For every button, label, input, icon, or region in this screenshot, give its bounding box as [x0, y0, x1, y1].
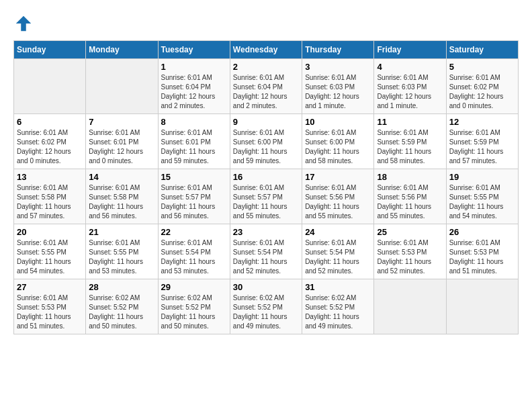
calendar-cell: 16 Sunrise: 6:01 AM Sunset: 5:57 PM Dayl…: [230, 169, 302, 224]
logo-icon: [13, 13, 34, 34]
sunset: Sunset: 5:56 PM: [305, 193, 371, 202]
calendar-cell: 31 Sunrise: 6:02 AM Sunset: 5:52 PM Dayl…: [302, 279, 374, 334]
calendar-cell: [374, 279, 446, 334]
sunset: Sunset: 5:53 PM: [377, 248, 443, 257]
day-info: Sunrise: 6:01 AM Sunset: 5:54 PM Dayligh…: [233, 238, 299, 276]
day-number: 4: [377, 62, 443, 72]
sunset: Sunset: 5:55 PM: [17, 248, 83, 257]
calendar-cell: 12 Sunrise: 6:01 AM Sunset: 5:59 PM Dayl…: [446, 114, 518, 169]
sunset: Sunset: 5:55 PM: [89, 248, 154, 257]
sunset: Sunset: 5:53 PM: [449, 248, 515, 257]
day-number: 7: [89, 117, 154, 127]
day-number: 21: [89, 227, 154, 237]
sunrise: Sunrise: 6:01 AM: [17, 183, 83, 193]
day-number: 28: [89, 282, 154, 292]
day-number: 13: [17, 172, 83, 182]
sunrise: Sunrise: 6:01 AM: [449, 183, 515, 193]
day-number: 10: [305, 117, 371, 127]
sunset: Sunset: 6:01 PM: [161, 138, 227, 147]
calendar-cell: 27 Sunrise: 6:01 AM Sunset: 5:53 PM Dayl…: [14, 279, 86, 334]
calendar-week: 1 Sunrise: 6:01 AM Sunset: 6:04 PM Dayli…: [14, 59, 519, 114]
weekday-header: Thursday: [302, 41, 374, 59]
day-info: Sunrise: 6:01 AM Sunset: 5:53 PM Dayligh…: [377, 238, 443, 276]
sunrise: Sunrise: 6:01 AM: [17, 293, 83, 303]
calendar-cell: 3 Sunrise: 6:01 AM Sunset: 6:03 PM Dayli…: [302, 59, 374, 114]
day-number: 20: [17, 227, 83, 237]
sunset: Sunset: 6:02 PM: [17, 138, 83, 147]
calendar-cell: 19 Sunrise: 6:01 AM Sunset: 5:55 PM Dayl…: [446, 169, 518, 224]
daylight: Daylight: 11 hours and 59 minutes.: [161, 147, 227, 166]
sunrise: Sunrise: 6:01 AM: [377, 73, 443, 83]
sunset: Sunset: 5:52 PM: [161, 303, 227, 312]
daylight: Daylight: 11 hours and 52 minutes.: [233, 257, 299, 276]
sunrise: Sunrise: 6:01 AM: [305, 128, 371, 138]
daylight: Daylight: 11 hours and 55 minutes.: [305, 202, 371, 221]
daylight: Daylight: 11 hours and 59 minutes.: [233, 147, 299, 166]
day-info: Sunrise: 6:01 AM Sunset: 5:58 PM Dayligh…: [17, 183, 83, 221]
day-info: Sunrise: 6:02 AM Sunset: 5:52 PM Dayligh…: [305, 293, 371, 331]
daylight: Daylight: 11 hours and 57 minutes.: [17, 202, 83, 221]
day-number: 27: [17, 282, 83, 292]
day-number: 9: [233, 117, 299, 127]
sunrise: Sunrise: 6:02 AM: [161, 293, 227, 303]
day-info: Sunrise: 6:01 AM Sunset: 5:57 PM Dayligh…: [233, 183, 299, 221]
daylight: Daylight: 12 hours and 0 minutes.: [89, 147, 154, 166]
calendar-cell: 23 Sunrise: 6:01 AM Sunset: 5:54 PM Dayl…: [230, 224, 302, 279]
day-number: 31: [305, 282, 371, 292]
daylight: Daylight: 11 hours and 53 minutes.: [89, 257, 154, 276]
calendar-cell: 8 Sunrise: 6:01 AM Sunset: 6:01 PM Dayli…: [158, 114, 230, 169]
page-header: [13, 13, 519, 34]
daylight: Daylight: 11 hours and 58 minutes.: [305, 147, 371, 166]
day-number: 17: [305, 172, 371, 182]
day-number: 26: [449, 227, 515, 237]
daylight: Daylight: 11 hours and 55 minutes.: [377, 202, 443, 221]
day-number: 23: [233, 227, 299, 237]
daylight: Daylight: 11 hours and 54 minutes.: [17, 257, 83, 276]
calendar-cell: 5 Sunrise: 6:01 AM Sunset: 6:02 PM Dayli…: [446, 59, 518, 114]
sunrise: Sunrise: 6:01 AM: [233, 73, 299, 83]
calendar-cell: 6 Sunrise: 6:01 AM Sunset: 6:02 PM Dayli…: [14, 114, 86, 169]
day-number: 29: [161, 282, 227, 292]
sunset: Sunset: 5:59 PM: [449, 138, 515, 147]
day-info: Sunrise: 6:01 AM Sunset: 5:55 PM Dayligh…: [449, 183, 515, 221]
sunrise: Sunrise: 6:01 AM: [449, 128, 515, 138]
calendar-cell: 13 Sunrise: 6:01 AM Sunset: 5:58 PM Dayl…: [14, 169, 86, 224]
daylight: Daylight: 11 hours and 52 minutes.: [377, 257, 443, 276]
daylight: Daylight: 11 hours and 49 minutes.: [233, 312, 299, 331]
calendar-cell: 29 Sunrise: 6:02 AM Sunset: 5:52 PM Dayl…: [158, 279, 230, 334]
sunset: Sunset: 5:55 PM: [449, 193, 515, 202]
day-info: Sunrise: 6:01 AM Sunset: 6:01 PM Dayligh…: [161, 128, 227, 166]
sunset: Sunset: 5:54 PM: [161, 248, 227, 257]
day-number: 5: [449, 62, 515, 72]
day-info: Sunrise: 6:02 AM Sunset: 5:52 PM Dayligh…: [233, 293, 299, 331]
sunrise: Sunrise: 6:01 AM: [161, 128, 227, 138]
daylight: Daylight: 11 hours and 57 minutes.: [449, 147, 515, 166]
weekday-header: Saturday: [446, 41, 518, 59]
daylight: Daylight: 11 hours and 50 minutes.: [89, 312, 154, 331]
day-info: Sunrise: 6:01 AM Sunset: 5:57 PM Dayligh…: [161, 183, 227, 221]
day-info: Sunrise: 6:01 AM Sunset: 5:53 PM Dayligh…: [17, 293, 83, 331]
daylight: Daylight: 11 hours and 56 minutes.: [161, 202, 227, 221]
calendar-cell: 18 Sunrise: 6:01 AM Sunset: 5:56 PM Dayl…: [374, 169, 446, 224]
sunrise: Sunrise: 6:02 AM: [305, 293, 371, 303]
daylight: Daylight: 12 hours and 2 minutes.: [233, 92, 299, 111]
calendar-cell: 2 Sunrise: 6:01 AM Sunset: 6:04 PM Dayli…: [230, 59, 302, 114]
day-info: Sunrise: 6:01 AM Sunset: 6:04 PM Dayligh…: [233, 73, 299, 111]
calendar-cell: 24 Sunrise: 6:01 AM Sunset: 5:54 PM Dayl…: [302, 224, 374, 279]
daylight: Daylight: 12 hours and 0 minutes.: [17, 147, 83, 166]
sunset: Sunset: 6:03 PM: [305, 83, 371, 92]
sunset: Sunset: 6:03 PM: [377, 83, 443, 92]
calendar-table: SundayMondayTuesdayWednesdayThursdayFrid…: [13, 40, 519, 334]
day-info: Sunrise: 6:02 AM Sunset: 5:52 PM Dayligh…: [89, 293, 154, 331]
calendar-cell: 11 Sunrise: 6:01 AM Sunset: 5:59 PM Dayl…: [374, 114, 446, 169]
weekday-header: Tuesday: [158, 41, 230, 59]
day-number: 22: [161, 227, 227, 237]
sunset: Sunset: 5:52 PM: [233, 303, 299, 312]
day-number: 6: [17, 117, 83, 127]
day-number: 1: [161, 62, 227, 72]
sunset: Sunset: 5:52 PM: [305, 303, 371, 312]
sunset: Sunset: 5:59 PM: [377, 138, 443, 147]
day-number: 16: [233, 172, 299, 182]
sunrise: Sunrise: 6:01 AM: [233, 128, 299, 138]
day-info: Sunrise: 6:01 AM Sunset: 5:55 PM Dayligh…: [17, 238, 83, 276]
